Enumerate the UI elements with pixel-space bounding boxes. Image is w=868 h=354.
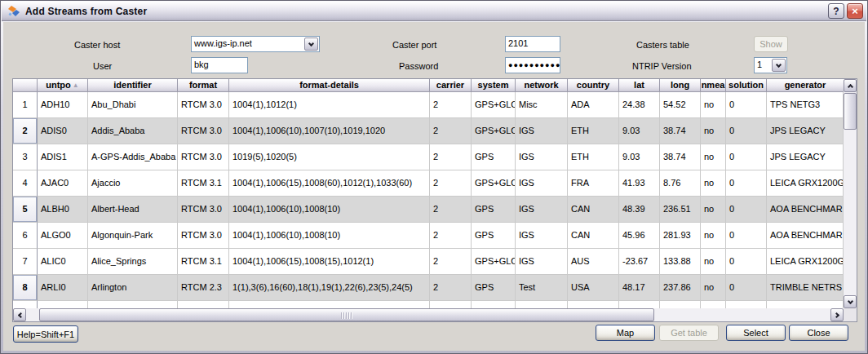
column-header-country[interactable]: country [568,79,619,91]
map-button[interactable]: Map [596,325,655,341]
column-header-format-details[interactable]: format-details [229,79,430,91]
table-cell[interactable]: ADIS1 [38,144,88,170]
chevron-down-icon[interactable] [304,38,318,51]
table-cell[interactable]: 9.03 [619,144,660,170]
row-number-header[interactable]: 1 [13,92,38,118]
table-cell[interactable]: NZL [568,301,619,308]
table-cell[interactable]: AUS [568,249,619,275]
table-cell[interactable]: GPS [472,144,516,170]
table-cell[interactable]: 0 [726,275,767,301]
table-cell[interactable]: GPS [472,275,516,301]
table-cell[interactable]: 0 [726,301,767,308]
table-row[interactable]: 9AUCK0AucklandRTCM 3.01004(1),1006(5),10… [13,301,844,308]
table-cell[interactable]: IGS [516,197,568,223]
table-cell[interactable]: 1004(1),1006(10),1008(10) [229,223,430,249]
table-cell[interactable]: 281.93 [660,223,701,249]
row-number-header[interactable]: 3 [13,144,38,170]
table-cell[interactable]: -23.67 [619,249,660,275]
table-cell[interactable]: RTCM 3.0 [178,144,229,170]
vertical-scroll-thumb[interactable] [844,93,857,130]
table-cell[interactable]: 2 [430,275,472,301]
table-cell[interactable]: GPS+GLO [472,301,516,308]
table-cell[interactable]: 1004(1),1006(10),1007(10),1019,1020 [229,118,430,144]
table-cell[interactable]: 9.03 [619,118,660,144]
table-cell[interactable]: 0 [726,249,767,275]
table-cell[interactable]: 237.86 [660,275,701,301]
table-cell[interactable]: RTCM 3.0 [178,301,229,308]
column-header-solution[interactable]: solution [726,79,767,91]
table-cell[interactable]: GPS [472,197,516,223]
table-cell[interactable]: Ajaccio [88,170,178,197]
title-bar[interactable]: Add Streams from Caster ? × [2,2,866,21]
table-cell[interactable]: 236.51 [660,197,701,223]
table-cell[interactable]: 1004(1),1006(10),1008(10) [229,197,430,223]
table-cell[interactable]: 0 [726,170,767,197]
table-cell[interactable]: 24.38 [619,92,660,118]
get-table-button[interactable]: Get table [659,325,719,341]
table-cell[interactable]: LEICA GRX1200GG [767,170,844,197]
table-cell[interactable]: 0 [726,197,767,223]
table-cell[interactable]: Misc [516,92,568,118]
ntrip-version-combobox[interactable]: 1 [754,57,787,73]
table-cell[interactable]: GPS+GLO [472,249,516,275]
table-cell[interactable]: LEICA GRX1200GG [767,249,844,275]
table-cell[interactable]: RTCM 2.3 [178,275,229,301]
table-cell[interactable]: GPS+GLO [472,92,516,118]
table-cell[interactable]: Abu_Dhabi [88,92,178,118]
column-header-untpo[interactable]: untpo▲ [38,79,88,91]
table-cell[interactable]: RTCM 3.0 [178,197,229,223]
table-cell[interactable]: JPS LEGACY [767,144,844,170]
table-cell[interactable]: IGS [516,249,568,275]
table-cell[interactable]: 8.76 [660,170,701,197]
table-cell[interactable]: Addis_Ababa [88,118,178,144]
column-header-lat[interactable]: lat [619,79,660,91]
table-cell[interactable]: ALBH0 [38,197,88,223]
table-row[interactable]: 2ADIS0Addis_AbabaRTCM 3.01004(1),1006(10… [13,118,844,144]
table-cell[interactable]: no [701,223,726,249]
table-row[interactable]: 6ALGO0Algonquin-ParkRTCM 3.01004(1),1006… [13,223,844,249]
table-cell[interactable]: ALIC0 [38,249,88,275]
scroll-down-icon[interactable] [844,295,857,308]
row-number-header[interactable]: 4 [13,170,38,197]
table-cell[interactable]: FRA [568,170,619,197]
corner-header[interactable] [13,79,38,91]
table-cell[interactable]: ETH [568,144,619,170]
table-cell[interactable]: 133.88 [660,249,701,275]
table-cell[interactable]: 0 [726,92,767,118]
row-number-header[interactable]: 8 [13,275,38,301]
table-cell[interactable]: 38.74 [660,144,701,170]
vertical-scroll-track[interactable] [844,92,857,295]
table-cell[interactable]: no [701,249,726,275]
table-cell[interactable]: 1019(5),1020(5) [229,144,430,170]
help-shortcut-button[interactable]: Help=Shift+F1 [13,325,78,343]
show-button[interactable]: Show [754,36,788,52]
vertical-scrollbar[interactable] [844,79,857,308]
close-button[interactable]: Close [789,325,848,341]
table-cell[interactable]: 2 [430,170,472,197]
password-input[interactable]: ●●●●●●●●●● [505,57,560,73]
column-header-carrier[interactable]: carrier [430,79,472,91]
table-cell[interactable]: no [701,92,726,118]
column-header-long[interactable]: long [660,79,701,91]
table-cell[interactable]: no [701,144,726,170]
table-cell[interactable]: RTCM 3.0 [178,118,229,144]
column-header-system[interactable]: system [472,79,516,91]
table-cell[interactable]: no [701,197,726,223]
table-cell[interactable]: Auckland [88,301,178,308]
caster-port-input[interactable]: 2101 [505,36,560,52]
column-header-generator[interactable]: generator [767,79,844,91]
table-cell[interactable]: 2 [430,197,472,223]
select-button[interactable]: Select [726,325,786,341]
table-cell[interactable]: 1004(1),1006(5),1008(5),1012(1),1013(5),… [229,301,430,308]
table-cell[interactable]: 2 [430,118,472,144]
row-number-header[interactable]: 7 [13,249,38,275]
table-cell[interactable]: 48.17 [619,275,660,301]
table-cell[interactable]: 2 [430,92,472,118]
column-header-nmea[interactable]: nmea [701,79,726,91]
table-cell[interactable]: AUCK0 [38,301,88,308]
table-cell[interactable]: 1004(1),1006(15),1008(60),1012(1),1033(6… [229,170,430,197]
table-cell[interactable]: Alice_Springs [88,249,178,275]
table-cell[interactable]: 174.83 [660,301,701,308]
table-cell[interactable]: 1(1),3(6),16(60),18(1),19(1),22(6),23(5)… [229,275,430,301]
table-row[interactable]: 3ADIS1A-GPS-Addis_AbabaRTCM 3.01019(5),1… [13,144,844,170]
